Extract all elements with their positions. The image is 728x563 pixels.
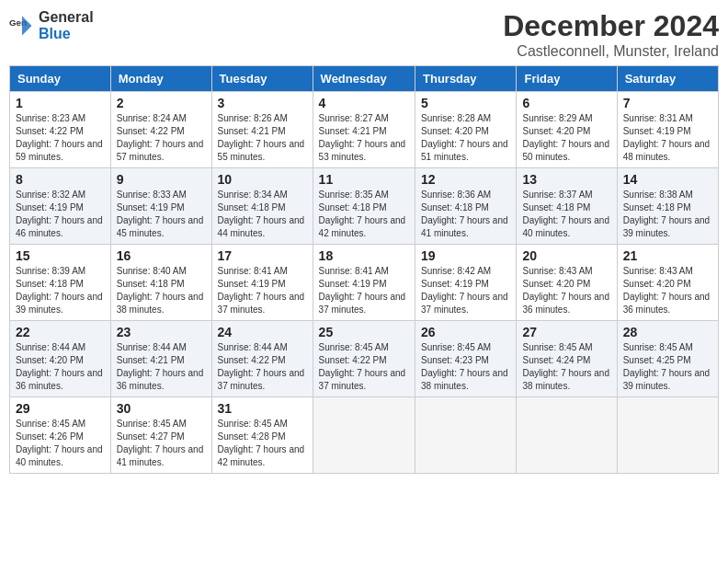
- calendar-week-row: 29 Sunrise: 8:45 AM Sunset: 4:26 PM Dayl…: [10, 397, 719, 474]
- calendar-cell: 6 Sunrise: 8:29 AM Sunset: 4:20 PM Dayli…: [517, 92, 617, 168]
- day-info: Sunrise: 8:36 AM Sunset: 4:18 PM Dayligh…: [421, 189, 510, 240]
- daylight-label: Daylight: 7 hours and 48 minutes.: [623, 139, 711, 162]
- calendar-cell: 5 Sunrise: 8:28 AM Sunset: 4:20 PM Dayli…: [415, 92, 517, 168]
- day-number: 16: [117, 248, 206, 263]
- daylight-label: Daylight: 7 hours and 40 minutes.: [16, 444, 103, 467]
- calendar-cell: 7 Sunrise: 8:31 AM Sunset: 4:19 PM Dayli…: [617, 92, 718, 168]
- column-header-sunday: Sunday: [10, 66, 111, 92]
- column-header-saturday: Saturday: [617, 66, 718, 92]
- sunrise-label: Sunrise: 8:42 AM: [421, 266, 491, 276]
- sunset-label: Sunset: 4:21 PM: [117, 355, 185, 365]
- daylight-label: Daylight: 7 hours and 39 minutes.: [16, 292, 103, 315]
- day-number: 4: [319, 96, 409, 110]
- calendar-cell: 15 Sunrise: 8:39 AM Sunset: 4:18 PM Dayl…: [10, 245, 111, 321]
- sunset-label: Sunset: 4:19 PM: [16, 202, 84, 213]
- day-info: Sunrise: 8:37 AM Sunset: 4:18 PM Dayligh…: [522, 189, 610, 240]
- sunset-label: Sunset: 4:22 PM: [319, 355, 387, 365]
- calendar-cell: 23 Sunrise: 8:44 AM Sunset: 4:21 PM Dayl…: [110, 321, 211, 397]
- sunrise-label: Sunrise: 8:40 AM: [117, 266, 187, 276]
- calendar-cell: 24 Sunrise: 8:44 AM Sunset: 4:22 PM Dayl…: [211, 321, 313, 397]
- calendar-cell: 26 Sunrise: 8:45 AM Sunset: 4:23 PM Dayl…: [415, 321, 517, 397]
- day-info: Sunrise: 8:45 AM Sunset: 4:24 PM Dayligh…: [522, 341, 610, 393]
- day-number: 18: [319, 248, 409, 263]
- daylight-label: Daylight: 7 hours and 51 minutes.: [421, 139, 508, 162]
- sunset-label: Sunset: 4:22 PM: [117, 126, 185, 136]
- sunrise-label: Sunrise: 8:26 AM: [218, 113, 288, 123]
- sunset-label: Sunset: 4:27 PM: [117, 431, 185, 442]
- column-header-thursday: Thursday: [415, 66, 517, 92]
- day-info: Sunrise: 8:38 AM Sunset: 4:18 PM Dayligh…: [623, 189, 712, 240]
- sunset-label: Sunset: 4:19 PM: [319, 279, 387, 289]
- sunrise-label: Sunrise: 8:41 AM: [319, 266, 389, 276]
- logo-icon: Gen: [9, 13, 35, 39]
- daylight-label: Daylight: 7 hours and 36 minutes.: [522, 292, 609, 315]
- daylight-label: Daylight: 7 hours and 55 minutes.: [218, 139, 305, 162]
- day-info: Sunrise: 8:44 AM Sunset: 4:22 PM Dayligh…: [218, 341, 307, 393]
- sunset-label: Sunset: 4:20 PM: [522, 279, 590, 289]
- day-number: 14: [623, 172, 712, 187]
- sunset-label: Sunset: 4:20 PM: [522, 126, 590, 136]
- sunrise-label: Sunrise: 8:45 AM: [421, 342, 491, 352]
- sunrise-label: Sunrise: 8:33 AM: [117, 190, 187, 200]
- daylight-label: Daylight: 7 hours and 36 minutes.: [117, 368, 204, 391]
- sunrise-label: Sunrise: 8:34 AM: [218, 190, 288, 200]
- sunset-label: Sunset: 4:22 PM: [218, 355, 286, 365]
- day-number: 17: [218, 248, 307, 263]
- calendar-week-row: 15 Sunrise: 8:39 AM Sunset: 4:18 PM Dayl…: [10, 245, 719, 321]
- day-info: Sunrise: 8:35 AM Sunset: 4:18 PM Dayligh…: [319, 189, 409, 240]
- sunrise-label: Sunrise: 8:29 AM: [522, 113, 592, 123]
- sunset-label: Sunset: 4:18 PM: [16, 279, 84, 289]
- sunrise-label: Sunrise: 8:45 AM: [319, 342, 389, 352]
- daylight-label: Daylight: 7 hours and 42 minutes.: [319, 215, 406, 238]
- sunset-label: Sunset: 4:28 PM: [218, 431, 286, 442]
- day-info: Sunrise: 8:32 AM Sunset: 4:19 PM Dayligh…: [16, 189, 105, 240]
- day-number: 1: [16, 96, 105, 110]
- day-info: Sunrise: 8:45 AM Sunset: 4:25 PM Dayligh…: [623, 341, 712, 393]
- day-info: Sunrise: 8:45 AM Sunset: 4:22 PM Dayligh…: [319, 341, 409, 393]
- day-info: Sunrise: 8:39 AM Sunset: 4:18 PM Dayligh…: [16, 265, 105, 316]
- daylight-label: Daylight: 7 hours and 42 minutes.: [218, 444, 305, 467]
- calendar-cell: 1 Sunrise: 8:23 AM Sunset: 4:22 PM Dayli…: [10, 92, 111, 168]
- day-info: Sunrise: 8:28 AM Sunset: 4:20 PM Dayligh…: [421, 112, 510, 164]
- day-info: Sunrise: 8:26 AM Sunset: 4:21 PM Dayligh…: [218, 112, 307, 164]
- sunset-label: Sunset: 4:19 PM: [623, 126, 691, 136]
- daylight-label: Daylight: 7 hours and 44 minutes.: [218, 215, 305, 238]
- month-title: December 2024: [503, 9, 719, 43]
- daylight-label: Daylight: 7 hours and 37 minutes.: [421, 292, 508, 315]
- day-number: 3: [218, 96, 307, 110]
- sunset-label: Sunset: 4:25 PM: [623, 355, 691, 365]
- sunset-label: Sunset: 4:21 PM: [218, 126, 286, 136]
- column-header-friday: Friday: [517, 66, 617, 92]
- daylight-label: Daylight: 7 hours and 38 minutes.: [421, 368, 508, 391]
- daylight-label: Daylight: 7 hours and 37 minutes.: [218, 292, 305, 315]
- daylight-label: Daylight: 7 hours and 46 minutes.: [16, 215, 103, 238]
- sunrise-label: Sunrise: 8:23 AM: [16, 113, 85, 123]
- daylight-label: Daylight: 7 hours and 36 minutes.: [16, 368, 103, 391]
- sunrise-label: Sunrise: 8:44 AM: [117, 342, 187, 352]
- sunrise-label: Sunrise: 8:45 AM: [16, 419, 85, 429]
- calendar-header-row: SundayMondayTuesdayWednesdayThursdayFrid…: [10, 66, 719, 92]
- day-number: 22: [16, 325, 105, 339]
- day-number: 31: [218, 401, 307, 416]
- sunset-label: Sunset: 4:20 PM: [421, 126, 489, 136]
- daylight-label: Daylight: 7 hours and 39 minutes.: [623, 368, 711, 391]
- day-info: Sunrise: 8:44 AM Sunset: 4:20 PM Dayligh…: [16, 341, 105, 393]
- calendar-cell: 22 Sunrise: 8:44 AM Sunset: 4:20 PM Dayl…: [10, 321, 111, 397]
- sunset-label: Sunset: 4:18 PM: [117, 279, 185, 289]
- calendar-cell: 25 Sunrise: 8:45 AM Sunset: 4:22 PM Dayl…: [313, 321, 415, 397]
- sunset-label: Sunset: 4:18 PM: [522, 202, 590, 213]
- calendar-cell: [313, 397, 415, 474]
- day-number: 26: [421, 325, 510, 339]
- calendar-cell: 8 Sunrise: 8:32 AM Sunset: 4:19 PM Dayli…: [10, 168, 111, 245]
- day-info: Sunrise: 8:23 AM Sunset: 4:22 PM Dayligh…: [16, 112, 105, 164]
- day-info: Sunrise: 8:42 AM Sunset: 4:19 PM Dayligh…: [421, 265, 510, 316]
- calendar-cell: 31 Sunrise: 8:45 AM Sunset: 4:28 PM Dayl…: [211, 397, 313, 474]
- calendar-cell: 28 Sunrise: 8:45 AM Sunset: 4:25 PM Dayl…: [617, 321, 718, 397]
- title-area: December 2024 Castleconnell, Munster, Ir…: [503, 9, 719, 60]
- sunset-label: Sunset: 4:18 PM: [623, 202, 691, 213]
- daylight-label: Daylight: 7 hours and 45 minutes.: [117, 215, 204, 238]
- sunset-label: Sunset: 4:18 PM: [319, 202, 387, 213]
- day-info: Sunrise: 8:31 AM Sunset: 4:19 PM Dayligh…: [623, 112, 712, 164]
- daylight-label: Daylight: 7 hours and 53 minutes.: [319, 139, 406, 162]
- day-info: Sunrise: 8:34 AM Sunset: 4:18 PM Dayligh…: [218, 189, 307, 240]
